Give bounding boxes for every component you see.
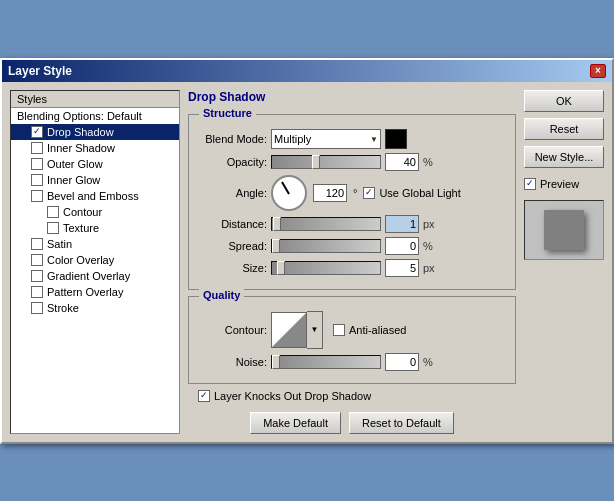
noise-slider[interactable] <box>271 355 381 369</box>
distance-slider[interactable] <box>271 217 381 231</box>
anti-aliased-checkbox[interactable] <box>333 324 345 336</box>
global-light-row: Use Global Light <box>363 187 460 199</box>
anti-aliased-label: Anti-aliased <box>349 324 406 336</box>
sidebar-item-outer-glow[interactable]: Outer Glow <box>11 156 179 172</box>
reset-button[interactable]: Reset <box>524 118 604 140</box>
spread-slider-row: % <box>271 237 439 255</box>
noise-row: Noise: % <box>197 353 507 371</box>
opacity-input[interactable] <box>385 153 419 171</box>
preview-label: Preview <box>540 178 579 190</box>
contour-select-wrapper: ▼ <box>271 311 323 349</box>
contour-dropdown-button[interactable]: ▼ <box>307 311 323 349</box>
noise-slider-row: % <box>271 353 439 371</box>
texture-checkbox[interactable] <box>47 222 59 234</box>
anti-aliased-row: Anti-aliased <box>333 324 406 336</box>
distance-unit: px <box>423 218 439 230</box>
size-row: Size: px <box>197 259 507 277</box>
sidebar-item-drop-shadow[interactable]: Drop Shadow <box>11 124 179 140</box>
angle-unit: ° <box>353 187 357 199</box>
opacity-row: Opacity: % <box>197 153 507 171</box>
contour-row: Contour: ▼ Anti-aliased <box>197 311 507 349</box>
contour-svg <box>272 313 306 347</box>
spread-slider[interactable] <box>271 239 381 253</box>
angle-row: Angle: ° Use Global Light <box>197 175 507 211</box>
right-panel: OK Reset New Style... Preview <box>524 90 604 434</box>
spread-input[interactable] <box>385 237 419 255</box>
sidebar-item-contour[interactable]: Contour <box>11 204 179 220</box>
distance-input[interactable] <box>385 215 419 233</box>
bottom-buttons-row: Make Default Reset to Default <box>188 412 516 434</box>
svg-marker-0 <box>272 313 306 347</box>
close-button[interactable]: × <box>590 64 606 78</box>
sidebar: Styles Blending Options: Default Drop Sh… <box>10 90 180 434</box>
sidebar-item-inner-glow[interactable]: Inner Glow <box>11 172 179 188</box>
stroke-checkbox[interactable] <box>31 302 43 314</box>
sidebar-item-inner-shadow[interactable]: Inner Shadow <box>11 140 179 156</box>
angle-dial[interactable] <box>271 175 307 211</box>
gradient-overlay-checkbox[interactable] <box>31 270 43 282</box>
drop-shadow-checkbox[interactable] <box>31 126 43 138</box>
ok-button[interactable]: OK <box>524 90 604 112</box>
size-unit: px <box>423 262 439 274</box>
preview-box <box>524 200 604 260</box>
structure-group: Structure Blend Mode: Multiply Normal Sc… <box>188 114 516 290</box>
noise-unit: % <box>423 356 439 368</box>
quality-title: Quality <box>199 289 244 301</box>
blend-mode-label: Blend Mode: <box>197 133 267 145</box>
outer-glow-checkbox[interactable] <box>31 158 43 170</box>
inner-glow-checkbox[interactable] <box>31 174 43 186</box>
blend-color-swatch[interactable] <box>385 129 407 149</box>
structure-title: Structure <box>199 107 256 119</box>
window-title: Layer Style <box>8 64 72 78</box>
contour-checkbox[interactable] <box>47 206 59 218</box>
quality-group: Quality Contour: ▼ Anti-alia <box>188 296 516 384</box>
global-light-checkbox[interactable] <box>363 187 375 199</box>
satin-checkbox[interactable] <box>31 238 43 250</box>
angle-section: ° Use Global Light <box>271 175 461 211</box>
size-label: Size: <box>197 262 267 274</box>
main-content: Drop Shadow Structure Blend Mode: Multip… <box>188 90 516 434</box>
sidebar-item-color-overlay[interactable]: Color Overlay <box>11 252 179 268</box>
sidebar-header: Styles <box>11 91 179 108</box>
global-light-label: Use Global Light <box>379 187 460 199</box>
angle-input[interactable] <box>313 184 347 202</box>
pattern-overlay-checkbox[interactable] <box>31 286 43 298</box>
opacity-unit: % <box>423 156 439 168</box>
noise-label: Noise: <box>197 356 267 368</box>
distance-slider-row: px <box>271 215 439 233</box>
noise-input[interactable] <box>385 353 419 371</box>
sidebar-item-satin[interactable]: Satin <box>11 236 179 252</box>
layer-knocks-checkbox[interactable] <box>198 390 210 402</box>
reset-to-default-button[interactable]: Reset to Default <box>349 412 454 434</box>
sidebar-item-gradient-overlay[interactable]: Gradient Overlay <box>11 268 179 284</box>
sidebar-item-stroke[interactable]: Stroke <box>11 300 179 316</box>
preview-thumbnail <box>544 210 584 250</box>
distance-row: Distance: px <box>197 215 507 233</box>
contour-preview[interactable] <box>271 312 307 348</box>
blend-mode-select[interactable]: Multiply Normal Screen Overlay Darken Li… <box>271 129 381 149</box>
sidebar-item-blending[interactable]: Blending Options: Default <box>11 108 179 124</box>
opacity-slider[interactable] <box>271 155 381 169</box>
blend-mode-select-wrapper[interactable]: Multiply Normal Screen Overlay Darken Li… <box>271 129 381 149</box>
color-overlay-checkbox[interactable] <box>31 254 43 266</box>
size-slider[interactable] <box>271 261 381 275</box>
sidebar-item-pattern-overlay[interactable]: Pattern Overlay <box>11 284 179 300</box>
layer-knocks-row: Layer Knocks Out Drop Shadow <box>188 390 516 402</box>
spread-row: Spread: % <box>197 237 507 255</box>
layer-style-window: Layer Style × Styles Blending Options: D… <box>0 58 614 444</box>
new-style-button[interactable]: New Style... <box>524 146 604 168</box>
opacity-slider-row: % <box>271 153 439 171</box>
opacity-label: Opacity: <box>197 156 267 168</box>
bevel-emboss-checkbox[interactable] <box>31 190 43 202</box>
spread-label: Spread: <box>197 240 267 252</box>
size-slider-row: px <box>271 259 439 277</box>
make-default-button[interactable]: Make Default <box>250 412 341 434</box>
sidebar-item-texture[interactable]: Texture <box>11 220 179 236</box>
contour-label: Contour: <box>197 324 267 336</box>
size-input[interactable] <box>385 259 419 277</box>
inner-shadow-checkbox[interactable] <box>31 142 43 154</box>
blend-mode-row: Blend Mode: Multiply Normal Screen Overl… <box>197 129 507 149</box>
drop-shadow-title: Drop Shadow <box>188 90 516 104</box>
sidebar-item-bevel-emboss[interactable]: Bevel and Emboss <box>11 188 179 204</box>
preview-checkbox[interactable] <box>524 178 536 190</box>
